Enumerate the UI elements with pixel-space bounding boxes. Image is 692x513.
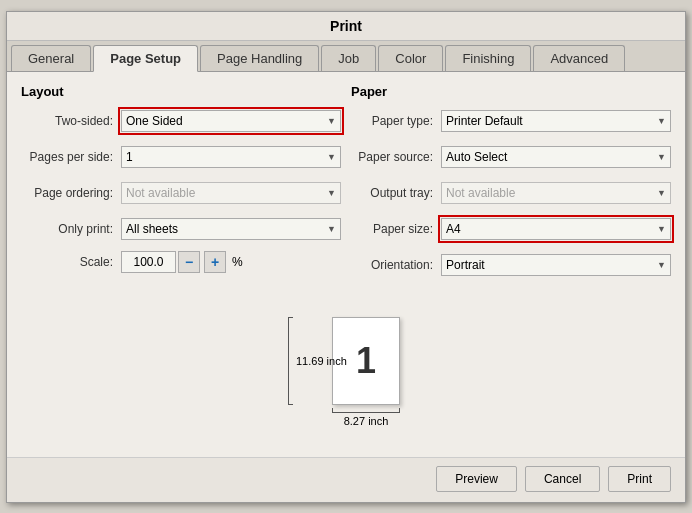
paper-type-select[interactable]: Printer Default [441, 110, 671, 132]
tab-general[interactable]: General [11, 45, 91, 71]
preview-button[interactable]: Preview [436, 466, 517, 492]
orientation-label: Orientation: [351, 258, 441, 272]
orientation-select-wrapper: Portrait [441, 254, 671, 276]
only-print-select[interactable]: All sheets [121, 218, 341, 240]
page-ordering-select-wrapper: Not available [121, 182, 341, 204]
scale-label: Scale: [21, 255, 121, 269]
paper-size-select[interactable]: A4 [441, 218, 671, 240]
paper-size-label: Paper size: [351, 222, 441, 236]
only-print-label: Only print: [21, 222, 121, 236]
paper-size-select-wrapper: A4 [441, 218, 671, 240]
tab-bar: General Page Setup Page Handling Job Col… [7, 41, 685, 72]
tab-job[interactable]: Job [321, 45, 376, 71]
tab-advanced[interactable]: Advanced [533, 45, 625, 71]
page-ordering-label: Page ordering: [21, 186, 121, 200]
paper-preview-container: 11.69 inch 1 8.27 inch [332, 317, 400, 405]
paper-source-select-wrapper: Auto Select [441, 146, 671, 168]
tab-color[interactable]: Color [378, 45, 443, 71]
tab-page-setup[interactable]: Page Setup [93, 45, 198, 72]
pages-per-side-label: Pages per side: [21, 150, 121, 164]
layout-section-label: Layout [21, 84, 341, 99]
scale-input[interactable] [121, 251, 176, 273]
paper-source-label: Paper source: [351, 150, 441, 164]
paper-preview-outer: 11.69 inch 1 8.27 inch [332, 317, 400, 405]
two-sided-select-wrapper: One Sided [121, 110, 341, 132]
preview-area: 11.69 inch 1 8.27 inch [21, 287, 671, 445]
pages-per-side-select-wrapper: 1 [121, 146, 341, 168]
two-sided-label: Two-sided: [21, 114, 121, 128]
only-print-select-wrapper: All sheets [121, 218, 341, 240]
footer: Preview Cancel Print [7, 457, 685, 502]
print-button[interactable]: Print [608, 466, 671, 492]
cancel-button[interactable]: Cancel [525, 466, 600, 492]
paper-section-label: Paper [351, 84, 671, 99]
tab-finishing[interactable]: Finishing [445, 45, 531, 71]
output-tray-select-wrapper: Not available [441, 182, 671, 204]
paper-source-select[interactable]: Auto Select [441, 146, 671, 168]
width-label: 8.27 inch [344, 415, 389, 427]
output-tray-select[interactable]: Not available [441, 182, 671, 204]
tab-page-handling[interactable]: Page Handling [200, 45, 319, 71]
page-ordering-select[interactable]: Not available [121, 182, 341, 204]
height-dimension: 11.69 inch [288, 317, 347, 405]
orientation-select[interactable]: Portrait [441, 254, 671, 276]
dialog-title: Print [7, 12, 685, 41]
height-label: 11.69 inch [296, 355, 347, 367]
pages-per-side-select[interactable]: 1 [121, 146, 341, 168]
scale-unit: % [232, 255, 243, 269]
two-sided-select[interactable]: One Sided [121, 110, 341, 132]
page-number: 1 [356, 340, 376, 382]
width-dimension: 8.27 inch [332, 408, 400, 427]
scale-decrease-button[interactable]: − [178, 251, 200, 273]
paper-type-label: Paper type: [351, 114, 441, 128]
output-tray-label: Output tray: [351, 186, 441, 200]
paper-type-select-wrapper: Printer Default [441, 110, 671, 132]
scale-increase-button[interactable]: + [204, 251, 226, 273]
